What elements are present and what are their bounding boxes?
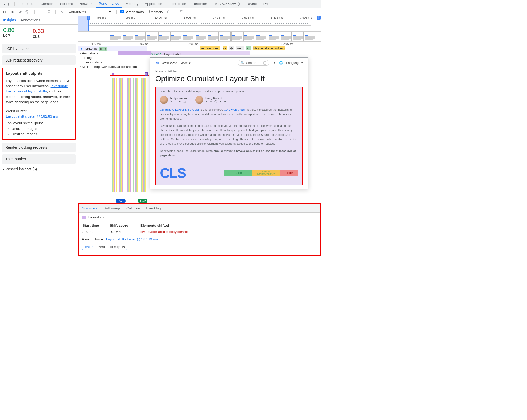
timeline-ruler: 496 ms 996 ms 1,496 ms 2,496 ms bbox=[78, 42, 321, 46]
toggle-sidebar-icon[interactable]: ◧ bbox=[2, 9, 7, 15]
breadcrumb: Home › Articles bbox=[155, 70, 303, 73]
tab-bottom-up[interactable]: Bottom-up bbox=[104, 205, 120, 212]
article-title: Optimize Cumulative Layout Shift bbox=[155, 74, 303, 83]
filmstrip-thumb[interactable] bbox=[231, 32, 243, 41]
filmstrip[interactable] bbox=[78, 32, 321, 42]
filmstrip-thumb[interactable] bbox=[183, 32, 194, 41]
minimap-cpu bbox=[89, 20, 311, 27]
main-thread-flames[interactable] bbox=[111, 78, 148, 192]
filmstrip-thumb[interactable] bbox=[195, 32, 206, 41]
divider bbox=[55, 10, 56, 14]
device-toggle-icon[interactable]: ▢ bbox=[7, 2, 12, 6]
tab-lighthouse[interactable]: Lighthouse bbox=[166, 0, 189, 7]
color-swatch bbox=[82, 216, 86, 219]
tab-sources[interactable]: Sources bbox=[57, 0, 76, 7]
screenshots-checkbox[interactable]: Screenshots bbox=[120, 10, 144, 14]
preview-window: web.dev More ▾ 🔍 Search / ☀ 🌐 Language ▾ bbox=[150, 57, 308, 189]
tab-memory[interactable]: Memory bbox=[123, 0, 141, 7]
filmstrip-thumb[interactable] bbox=[158, 32, 170, 41]
filmstrip-thumb[interactable] bbox=[207, 32, 219, 41]
lcp-value: 0.80 bbox=[3, 27, 15, 33]
globe-icon: ⊙ bbox=[229, 46, 234, 50]
inspect-icon[interactable]: ⁜ bbox=[2, 2, 6, 6]
lcp-label: LCP bbox=[3, 34, 16, 38]
insight-render-blocking[interactable]: Render blocking requests bbox=[2, 143, 76, 152]
filmstrip-thumb[interactable] bbox=[219, 32, 231, 41]
download-icon[interactable]: ↧ bbox=[46, 9, 52, 15]
shifted-element-link[interactable]: div.devsite-article-body.clearfix bbox=[140, 229, 219, 235]
upload-icon[interactable]: ↥ bbox=[38, 9, 44, 15]
worst-cluster-label: Worst cluster: bbox=[6, 109, 72, 114]
details-drawer: Summary Bottom-up Call tree Event log La… bbox=[78, 203, 321, 256]
filmstrip-thumb[interactable] bbox=[256, 32, 267, 41]
insight-layout-shift-culprits[interactable]: Layout shift culprits Layout shifts occu… bbox=[2, 68, 76, 140]
clear-icon[interactable]: ⃠ bbox=[25, 9, 31, 15]
lcp-metric[interactable]: 0.80s LCP bbox=[3, 27, 16, 40]
filmstrip-thumb[interactable] bbox=[122, 32, 133, 41]
culprit-item: Unsized Images bbox=[12, 126, 72, 132]
cls-metric[interactable]: 0.33 CLS bbox=[30, 27, 47, 40]
article-para: Layout shifts can be distracting to user… bbox=[160, 124, 298, 146]
tab-summary[interactable]: Summary bbox=[82, 205, 97, 212]
cls-graphic: CLS GOOD NEEDSIMPROVEMENT POOR bbox=[160, 165, 298, 181]
tab-css-overview[interactable]: CSS overview ⬡ bbox=[211, 0, 243, 8]
tab-call-tree[interactable]: Call tree bbox=[126, 205, 140, 212]
insight-lcp-request[interactable]: LCP request discovery bbox=[2, 55, 76, 65]
filmstrip-thumb[interactable] bbox=[110, 32, 121, 41]
filmstrip-thumb[interactable] bbox=[280, 32, 292, 41]
tab-elements[interactable]: Elements bbox=[17, 0, 37, 7]
play-icon: ▶ bbox=[81, 47, 83, 50]
worst-cluster-link[interactable]: Layout shift cluster @ 582.83 ms bbox=[6, 114, 58, 118]
filmstrip-thumb[interactable] bbox=[268, 32, 279, 41]
tab-layers[interactable]: Layers bbox=[244, 0, 260, 7]
overview-minimap[interactable]: || || 496 ms 996 ms 1,496 ms 1,996 ms 2,… bbox=[78, 16, 321, 32]
reload-record-icon[interactable]: ⟳ bbox=[17, 9, 23, 15]
tab-insights[interactable]: Insights bbox=[3, 17, 16, 24]
summary-table: Start time Shift score Elements shifted … bbox=[82, 222, 219, 235]
home-icon[interactable]: ⌂ bbox=[59, 9, 64, 15]
tab-event-log[interactable]: Event log bbox=[146, 205, 161, 212]
layout-shift-selected[interactable] bbox=[145, 72, 148, 76]
filmstrip-thumb[interactable] bbox=[243, 32, 255, 41]
avatar bbox=[195, 96, 203, 104]
insight-lcp-phase[interactable]: LCP by phase bbox=[2, 44, 76, 53]
tab-annotations[interactable]: Annotations bbox=[21, 17, 40, 24]
flamechart-area[interactable]: 496 ms 996 ms 1,496 ms 2,496 ms ▶ Networ… bbox=[78, 42, 321, 204]
filmstrip-thumb[interactable] bbox=[170, 32, 182, 41]
author: Addy Osmani ✕ ○ ♥ ⬚ bbox=[160, 96, 187, 104]
shrink-icon[interactable]: ⇱ bbox=[179, 9, 184, 15]
tab-more[interactable]: Pri bbox=[261, 0, 271, 7]
dcl-marker[interactable]: DCL bbox=[116, 199, 125, 203]
details-tabs: Summary Bottom-up Call tree Event log bbox=[79, 204, 320, 213]
parent-cluster-link[interactable]: Layout shift cluster @ 587.19 ms bbox=[106, 237, 158, 241]
filmstrip-thumb[interactable] bbox=[292, 32, 304, 41]
preview-site-header: web.dev More ▾ 🔍 Search / ☀ 🌐 Language ▾ bbox=[155, 60, 303, 66]
gc-icon[interactable]: 🗑 bbox=[166, 9, 171, 15]
globe-icon: 🌐 bbox=[279, 61, 283, 65]
profile-select[interactable]: web.dev #1 ▾ bbox=[67, 9, 113, 14]
tab-application[interactable]: Application bbox=[142, 0, 165, 7]
layout-shift-events[interactable] bbox=[110, 72, 149, 76]
tab-network[interactable]: Network bbox=[77, 0, 95, 7]
preview-header: 0.2944 Layout shift bbox=[150, 52, 308, 57]
tab-performance[interactable]: Performance bbox=[96, 0, 122, 8]
filmstrip-thumb[interactable] bbox=[134, 32, 146, 41]
passed-insights[interactable]: Passed insights (5) bbox=[0, 165, 78, 173]
insight-chip[interactable]: InsightLayout shift culprits bbox=[82, 244, 127, 250]
tab-recorder[interactable]: Recorder bbox=[190, 0, 210, 7]
cls-scale: GOOD NEEDSIMPROVEMENT POOR bbox=[224, 170, 298, 176]
lcp-marker[interactable]: LCP bbox=[138, 199, 147, 203]
filmstrip-thumb[interactable] bbox=[146, 32, 158, 41]
tab-console[interactable]: Console bbox=[38, 0, 56, 7]
memory-checkbox[interactable]: Memory bbox=[146, 10, 163, 14]
devtools-tabstrip: ⁜ ▢ Elements Console Sources Network Per… bbox=[0, 0, 321, 8]
performance-toolbar: ◧ ◉ ⟳ ⃠ ↥ ↧ ⌂ web.dev #1 ▾ Screenshots M… bbox=[0, 8, 321, 16]
author: Barry Pollard ✕ ○ @ ♥ ⊕ bbox=[195, 96, 227, 104]
top-culprits-label: Top layout shift culprits: bbox=[6, 120, 72, 126]
event-type-row: Layout shift bbox=[82, 215, 317, 219]
sidebar-tabs: Insights Annotations bbox=[0, 16, 78, 25]
article-para: Cumulative Layout Shift (CLS) is one of … bbox=[160, 108, 298, 121]
filmstrip-thumb[interactable] bbox=[304, 32, 316, 41]
record-icon[interactable]: ◉ bbox=[10, 9, 15, 15]
insight-third-parties[interactable]: Third parties bbox=[2, 154, 76, 164]
